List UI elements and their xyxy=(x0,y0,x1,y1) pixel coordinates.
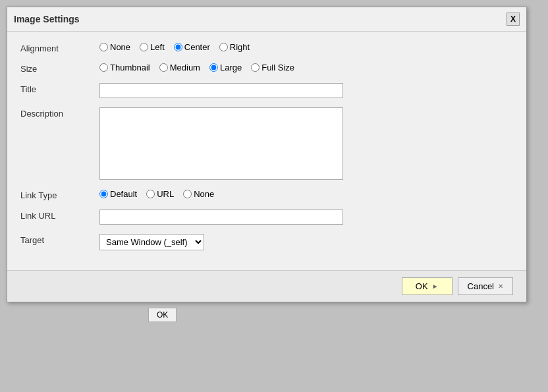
size-fullsize[interactable]: Full Size xyxy=(251,63,294,72)
description-textarea[interactable] xyxy=(99,107,343,180)
image-settings-dialog: Image Settings X Alignment None Left xyxy=(7,7,527,302)
size-controls: Thumbnail Medium Large Full Size xyxy=(99,63,513,72)
link-type-default-label: Default xyxy=(110,189,137,199)
alignment-none-label: None xyxy=(110,42,130,52)
target-select[interactable]: Same Window (_self) New Window (_blank) … xyxy=(99,234,204,250)
alignment-right[interactable]: Right xyxy=(219,42,250,52)
outer-ok-button[interactable]: OK xyxy=(148,308,177,322)
ok-arrow-icon: ► xyxy=(432,283,439,290)
link-type-none-radio[interactable] xyxy=(183,190,192,198)
alignment-controls: None Left Center Right xyxy=(99,42,513,52)
title-controls xyxy=(99,83,513,98)
size-label: Size xyxy=(20,63,99,74)
size-thumbnail-radio[interactable] xyxy=(99,63,108,72)
alignment-right-label: Right xyxy=(230,42,250,52)
link-url-row: Link URL xyxy=(20,210,513,225)
alignment-center-label: Center xyxy=(184,42,210,52)
alignment-center[interactable]: Center xyxy=(174,42,210,52)
alignment-left-radio[interactable] xyxy=(140,43,148,51)
outer-ok-container: OK xyxy=(148,308,541,322)
title-input[interactable] xyxy=(99,83,343,98)
target-controls: Same Window (_self) New Window (_blank) … xyxy=(99,234,513,250)
size-fullsize-label: Full Size xyxy=(261,63,294,72)
dialog-title: Image Settings xyxy=(14,14,80,24)
description-row: Description xyxy=(20,107,513,180)
alignment-none[interactable]: None xyxy=(99,42,130,52)
link-type-label: Link Type xyxy=(20,189,99,200)
link-url-label: Link URL xyxy=(20,210,99,221)
size-large-label: Large xyxy=(220,63,242,72)
link-type-default[interactable]: Default xyxy=(99,189,137,199)
title-label: Title xyxy=(20,83,99,94)
alignment-label: Alignment xyxy=(20,42,99,53)
size-medium-radio[interactable] xyxy=(159,63,168,72)
link-url-input[interactable] xyxy=(99,210,343,225)
description-controls xyxy=(99,107,513,180)
alignment-row: Alignment None Left Center xyxy=(20,42,513,53)
close-button[interactable]: X xyxy=(507,13,520,26)
link-type-url[interactable]: URL xyxy=(146,189,174,199)
ok-button[interactable]: OK ► xyxy=(402,277,452,295)
link-type-none[interactable]: None xyxy=(183,189,214,199)
alignment-right-radio[interactable] xyxy=(219,43,228,51)
cancel-x-icon: ✕ xyxy=(498,283,503,290)
cancel-label: Cancel xyxy=(468,281,494,291)
alignment-left[interactable]: Left xyxy=(140,42,165,52)
dialog-titlebar: Image Settings X xyxy=(7,7,526,32)
size-row: Size Thumbnail Medium Large xyxy=(20,63,513,74)
size-thumbnail-label: Thumbnail xyxy=(110,63,150,72)
size-fullsize-radio[interactable] xyxy=(251,63,260,72)
dialog-footer: OK ► Cancel ✕ xyxy=(7,270,526,302)
size-thumbnail[interactable]: Thumbnail xyxy=(99,63,150,72)
alignment-left-label: Left xyxy=(150,42,165,52)
link-type-default-radio[interactable] xyxy=(99,190,108,198)
link-url-controls xyxy=(99,210,513,225)
page-wrapper: Image Settings X Alignment None Left xyxy=(7,7,541,322)
alignment-center-radio[interactable] xyxy=(174,43,182,51)
alignment-none-radio[interactable] xyxy=(99,43,108,51)
link-type-controls: Default URL None xyxy=(99,189,513,199)
size-medium-label: Medium xyxy=(170,63,200,72)
link-type-url-label: URL xyxy=(157,189,174,199)
link-type-row: Link Type Default URL None xyxy=(20,189,513,200)
ok-label: OK xyxy=(416,281,428,291)
target-label: Target xyxy=(20,234,99,245)
size-large-radio[interactable] xyxy=(209,63,218,72)
title-row: Title xyxy=(20,83,513,98)
link-type-none-label: None xyxy=(194,189,214,199)
link-type-url-radio[interactable] xyxy=(146,190,155,198)
size-large[interactable]: Large xyxy=(209,63,242,72)
cancel-button[interactable]: Cancel ✕ xyxy=(458,277,513,295)
dialog-body: Alignment None Left Center xyxy=(7,32,526,270)
size-medium[interactable]: Medium xyxy=(159,63,200,72)
description-label: Description xyxy=(20,107,99,119)
target-row: Target Same Window (_self) New Window (_… xyxy=(20,234,513,250)
